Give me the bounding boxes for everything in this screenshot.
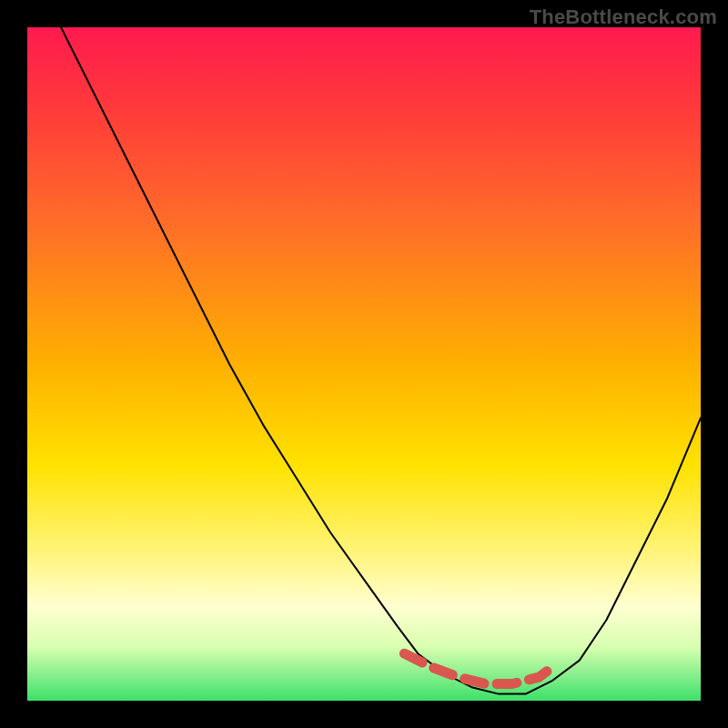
plot-area [27,27,701,701]
watermark-text: TheBottleneck.com [530,5,717,29]
bottleneck-curve [61,27,701,694]
min-region-marker [404,653,552,683]
chart-frame: TheBottleneck.com [0,0,728,728]
chart-svg [27,27,701,701]
